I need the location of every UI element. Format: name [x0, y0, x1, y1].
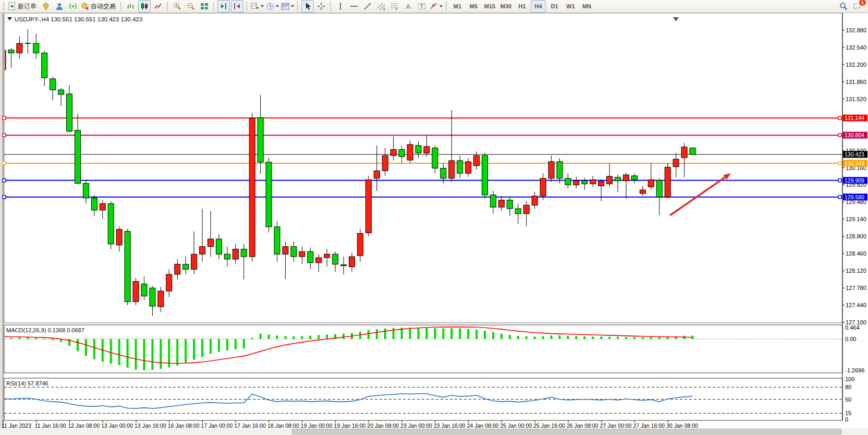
candle-body	[224, 254, 230, 259]
timeframe-M15[interactable]: M15	[482, 0, 497, 13]
candle-body	[557, 162, 563, 178]
dropdown-caret	[439, 5, 443, 7]
line-handle[interactable]	[3, 196, 6, 199]
line-handle[interactable]	[3, 162, 6, 165]
candle-body	[681, 147, 687, 158]
candlestick-chart-button[interactable]	[138, 0, 151, 13]
candle-body	[507, 200, 512, 209]
timeframe-M5[interactable]: M5	[466, 0, 481, 13]
line-handle[interactable]	[838, 134, 841, 137]
macd-bar	[260, 334, 262, 339]
crosshair-button[interactable]	[315, 0, 327, 13]
timeframe-MN[interactable]: MN	[579, 0, 594, 13]
trendline-button[interactable]	[361, 0, 374, 13]
crosshair-icon	[317, 2, 325, 10]
macd-bar	[127, 339, 129, 368]
candle-body	[449, 161, 455, 178]
zoom-in-icon	[173, 2, 181, 10]
candle-body	[424, 147, 430, 153]
toolbar-grip[interactable]	[120, 2, 123, 11]
toolbar-grip[interactable]	[297, 2, 299, 11]
candle-body	[523, 205, 529, 213]
signals-button[interactable]	[67, 0, 79, 13]
line-chart-button[interactable]	[152, 0, 164, 13]
line-handle[interactable]	[838, 116, 841, 119]
tile-windows-button[interactable]	[198, 0, 211, 13]
macd-tick-label: 0.464	[845, 324, 860, 331]
zoom-in-button[interactable]	[171, 0, 184, 13]
macd-bar	[592, 336, 594, 339]
window-left-strip	[0, 13, 3, 435]
add-indicator-button[interactable]	[250, 0, 264, 13]
timeframe-M30[interactable]: M30	[498, 0, 514, 13]
candle-body	[75, 130, 80, 184]
new-order-button[interactable]: 新订单	[7, 0, 39, 13]
timeframe-H1[interactable]: H1	[515, 0, 530, 13]
candle	[365, 176, 371, 236]
line-handle[interactable]	[838, 196, 841, 199]
text-button[interactable]: A	[402, 0, 414, 13]
arrows-button[interactable]	[429, 0, 443, 13]
toolbar-grip[interactable]	[329, 2, 332, 11]
macd-bar	[575, 336, 577, 339]
ohlc-bars-icon	[127, 2, 135, 10]
toolbar-grip[interactable]	[3, 2, 5, 11]
line-handle[interactable]	[3, 134, 6, 137]
period-button[interactable]	[265, 0, 279, 13]
community-button[interactable]	[53, 0, 66, 13]
scrollbar-thumb[interactable]	[292, 429, 841, 434]
equidistant-channel-icon: E	[377, 2, 385, 10]
text-label-button[interactable]: T	[415, 0, 428, 13]
macd-bar	[583, 336, 585, 339]
toolbar-grip[interactable]	[246, 2, 248, 11]
toolbar-grip[interactable]	[445, 2, 448, 11]
macd-label: MACD(12,26,9) 0.1368 0.0687	[6, 327, 84, 333]
timeframe-W1[interactable]: W1	[563, 0, 578, 13]
macd-bar	[309, 335, 311, 339]
candle-body	[208, 239, 214, 247]
price-tick-label: 128.460	[846, 250, 866, 257]
gem-icon	[42, 2, 50, 10]
cursor-button[interactable]	[301, 0, 314, 13]
fibonacci-button[interactable]: F	[388, 0, 401, 13]
timeframe-D1[interactable]: D1	[547, 0, 562, 13]
notifications-button[interactable]: 1	[851, 0, 863, 13]
price-line-label: 131.144	[843, 115, 867, 122]
candle-body	[598, 182, 604, 186]
fibonacci-icon: F	[390, 2, 399, 10]
chart-shift-button[interactable]	[217, 0, 230, 13]
toolbar-grip[interactable]	[166, 2, 169, 11]
bar-chart-button[interactable]	[125, 0, 137, 13]
profile-icon	[55, 2, 64, 10]
svg-text:T: T	[420, 4, 423, 9]
candle-body	[457, 161, 463, 173]
macd-bar	[110, 339, 112, 364]
line-handle[interactable]	[3, 116, 6, 119]
vertical-line-button[interactable]	[334, 0, 347, 13]
line-handle[interactable]	[838, 162, 841, 165]
zoom-out-button[interactable]	[185, 0, 197, 13]
timeframe-H4[interactable]: H4	[531, 0, 546, 13]
market-button[interactable]	[40, 0, 52, 13]
tile-windows-icon	[200, 2, 209, 10]
auto-scroll-button[interactable]	[231, 0, 243, 13]
candle-body	[656, 180, 662, 197]
line-handle[interactable]	[3, 179, 6, 182]
candle-body	[233, 249, 238, 259]
text-icon: A	[404, 2, 412, 10]
candle-body	[466, 162, 471, 173]
horizontal-line-button[interactable]	[348, 0, 360, 13]
time-tick-label: 24 Jan 08:00	[467, 422, 499, 429]
macd-bar	[251, 338, 253, 339]
line-handle[interactable]	[838, 179, 841, 182]
search-button[interactable]	[837, 0, 850, 13]
macd-bar	[10, 338, 12, 339]
auto-trading-button[interactable]: 自动交易	[80, 0, 118, 13]
candle-body	[241, 249, 247, 257]
toolbar-grip[interactable]	[213, 2, 215, 11]
candle-body	[58, 90, 64, 94]
template-button[interactable]	[280, 0, 295, 13]
price-tick-label: 132.540	[846, 44, 866, 51]
timeframe-M1[interactable]: M1	[450, 0, 465, 13]
channel-button[interactable]: E	[375, 0, 387, 13]
